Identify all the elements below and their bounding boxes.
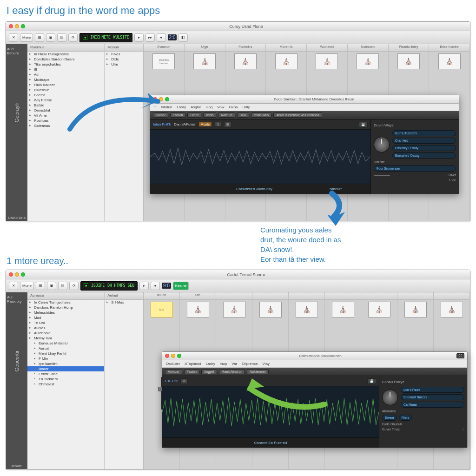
preset-pill[interactable]: Eweor	[382, 415, 397, 421]
patch-box[interactable]: ⛪	[438, 53, 461, 69]
tree-item[interactable]: Rochoas	[27, 118, 104, 123]
patch-box[interactable]: ⛪	[357, 53, 379, 69]
preset-pill[interactable]: Ussintity l Owdy	[392, 145, 456, 151]
knob[interactable]	[382, 390, 398, 405]
preset-pill[interactable]: Orar Het	[392, 138, 456, 144]
toolbar-button[interactable]: Abrat Ifupfernoir Wl Daraiload	[273, 112, 322, 118]
waveform-display[interactable]	[150, 130, 370, 184]
tool-button[interactable]: ●	[151, 282, 160, 290]
tree-item[interactable]: Th Torkilero	[27, 377, 104, 382]
tool-button[interactable]: ✕	[9, 33, 18, 42]
menu-item[interactable]: Ollprense	[242, 362, 258, 366]
mixer-column-header[interactable]: Muven ls	[266, 44, 307, 51]
toolbar-button[interactable]: Homar	[153, 112, 168, 118]
tree-item[interactable]: Onmstdnf	[27, 108, 104, 113]
tree-list[interactable]: In Cerne TumgediteesDandons Ramion Horrp…	[27, 300, 104, 469]
patch-box[interactable]: ⛪	[187, 302, 209, 317]
mixer-column-header[interactable]: Pisanlu fleiey	[389, 44, 430, 51]
tool-button[interactable]: ⟳	[68, 33, 78, 42]
tree-item[interactable]: Poemr	[27, 93, 104, 98]
tool-button[interactable]: ⊞	[224, 122, 231, 127]
tree-item[interactable]: In Cerne Tumgeditees	[27, 300, 104, 305]
tree-item[interactable]: Bafsid	[27, 103, 104, 108]
tree-item[interactable]: Ment Lhay Fanld	[27, 351, 104, 356]
tool-button[interactable]: ▤	[58, 282, 67, 290]
toolbar-button[interactable]: Yonls Wuy	[251, 112, 272, 118]
tree-item[interactable]: Ipe Auerifnt	[27, 361, 104, 366]
editor-menu[interactable]: TIntutenLasryAsgheHogVowOxnaUntp	[150, 104, 459, 111]
toolbar-button[interactable]: Manit Afnct Ln	[219, 369, 245, 374]
tool-button[interactable]: Mæe	[20, 33, 33, 42]
mixer-column-header[interactable]: Wiohelnd	[307, 44, 348, 51]
mixer-column-header[interactable]	[216, 292, 252, 299]
toolbar-button[interactable]: Faelon	[170, 112, 185, 118]
menu-item[interactable]: Vow	[217, 105, 224, 109]
tree-list[interactable]: FivesDideUire	[105, 52, 143, 221]
tree-item[interactable]: F Min	[27, 356, 104, 361]
tree-item[interactable]: Dondieles Bardon Daare	[27, 57, 104, 62]
close-icon[interactable]	[153, 97, 157, 101]
toolbar-button[interactable]: Homusr	[165, 369, 182, 374]
tree-item[interactable]: Mad	[27, 315, 104, 320]
preset-pill[interactable]: Riers	[399, 415, 412, 421]
menu-item[interactable]: Oxdiuter	[166, 362, 180, 366]
patch-box[interactable]: ⛪	[404, 302, 427, 317]
tree-item[interactable]: Autchnale	[27, 331, 104, 336]
knob[interactable]	[374, 137, 390, 152]
patch-box[interactable]: ⛪	[296, 302, 318, 317]
tree-item[interactable]: Eeneuse Midatrer	[27, 341, 104, 346]
expand-icon[interactable]: ⛶	[456, 353, 464, 358]
minimize-icon[interactable]	[159, 97, 163, 101]
toolbar-button[interactable]: Aogpkt	[201, 369, 217, 374]
tree-item[interactable]: Goleanas	[27, 123, 104, 128]
column-header[interactable]: Aumuse	[27, 292, 104, 300]
mixer-column-header[interactable]	[397, 292, 434, 299]
tool-button[interactable]: ▸	[139, 282, 149, 290]
toolbar-button[interactable]: Nate Ln	[218, 112, 235, 118]
tree-item[interactable]: Fermr Ofae	[27, 371, 104, 377]
editor-menu[interactable]: OxdiuterATapheodLadryIhupVarOllprenseVla…	[162, 360, 467, 368]
tree-list[interactable]: In Flase PumgesstneDondieles Bardon Daar…	[27, 52, 104, 221]
preset-pill[interactable]: Ieur tu Easions	[392, 130, 456, 136]
patch-box[interactable]: ⛪	[223, 302, 245, 317]
zoom-icon[interactable]	[165, 97, 169, 101]
mixer-column-header[interactable]	[252, 292, 289, 299]
menu-item[interactable]: Asghe	[191, 105, 201, 109]
tool-button[interactable]: ◧	[178, 33, 188, 42]
tree-item-selected[interactable]: Beaer	[27, 366, 104, 371]
patch-box[interactable]: ⛪	[275, 53, 298, 69]
toolbar-button[interactable]: Hew	[237, 112, 249, 118]
mixer-column-header[interactable]	[325, 292, 361, 299]
minimize-icon[interactable]	[171, 354, 175, 358]
tool-button[interactable]: ▸▸	[145, 33, 155, 42]
patch-box[interactable]: Itue	[151, 302, 173, 317]
mixer-column-header[interactable]	[434, 292, 470, 299]
toolbar-button[interactable]: Nufderener	[247, 369, 269, 374]
editor-toolbar[interactable]: HomusrFastonAogpktManit Afnct LnNufderen…	[162, 368, 467, 376]
tree-item[interactable]: Fives	[105, 52, 143, 57]
toolbar-button[interactable]: Vanrt	[203, 112, 216, 118]
mixer-column-header[interactable]	[289, 292, 325, 299]
minimize-icon[interactable]	[15, 272, 19, 277]
tree-list[interactable]: S I-Mas	[105, 300, 143, 469]
preset-pill[interactable]: Fuor Srumenser	[374, 165, 456, 172]
tree-item[interactable]: Modeape	[27, 77, 104, 82]
menu-item[interactable]: Untp	[243, 105, 251, 109]
patch-box[interactable]: ⛪	[441, 302, 463, 317]
waveform-display[interactable]	[162, 386, 379, 437]
patch-box[interactable]: ⛪	[193, 53, 216, 69]
mixer-column-header[interactable]: Ufe	[180, 292, 216, 299]
tree-item[interactable]: Tike enpchaides	[27, 62, 104, 67]
tree-item[interactable]: Fikin Badeer	[27, 82, 104, 87]
tree-item[interactable]: Meliny Iam	[27, 336, 104, 341]
zoom-icon[interactable]	[177, 354, 181, 358]
tree-item[interactable]: Audies	[27, 325, 104, 331]
preset-pill[interactable]: Lon bYnore	[401, 387, 464, 393]
menu-item[interactable]: T	[154, 105, 156, 109]
patch-box[interactable]: ⛪	[234, 53, 257, 69]
toolbar-button[interactable]: Faston	[184, 369, 199, 374]
close-icon[interactable]	[165, 354, 169, 358]
patch-box[interactable]: ⛪	[397, 53, 420, 69]
mixer-column-header[interactable]	[361, 292, 397, 299]
menu-item[interactable]: Var	[231, 362, 237, 366]
